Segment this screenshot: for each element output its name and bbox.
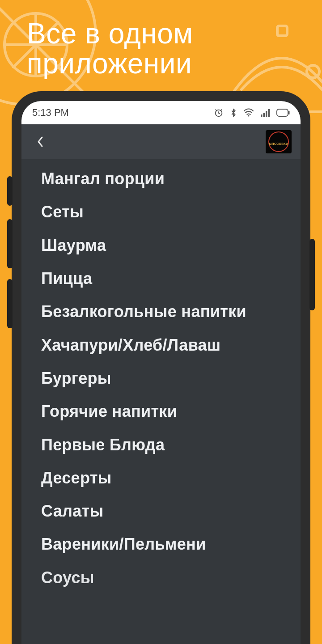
brand-logo[interactable]: МЯССОВКА [266,130,292,153]
alarm-icon [214,108,224,118]
menu-category-item[interactable]: Сеты [41,203,288,221]
menu-category-item[interactable]: Горячие напитки [41,402,288,420]
menu-category-list[interactable]: Мангал порции Сеты Шаурма Пицца Безалког… [21,159,301,644]
svg-point-2 [307,65,319,78]
phone-side-button [7,219,13,268]
phone-side-button [309,239,315,310]
cell-signal-icon [260,108,270,117]
menu-category-item[interactable]: Шаурма [41,237,288,254]
svg-rect-10 [288,111,290,114]
menu-category-item[interactable]: Мангал порции [41,170,288,188]
promo-title: Все в одном приложении [27,19,295,79]
phone-mock-frame: 5:13 PM МЯССОВКА [12,91,310,644]
app-header: МЯССОВКА [21,124,301,159]
svg-rect-7 [266,111,267,117]
phone-side-button [7,176,13,206]
svg-rect-9 [277,109,288,116]
menu-category-item[interactable]: Салаты [41,502,288,520]
menu-category-item[interactable]: Соусы [41,569,288,587]
svg-rect-8 [268,109,270,117]
status-time: 5:13 PM [32,107,69,119]
menu-category-item[interactable]: Хачапури/Хлеб/Лаваш [41,336,288,354]
menu-category-item[interactable]: Бургеры [41,369,288,387]
battery-icon [276,109,290,117]
menu-category-item[interactable]: Первые Блюда [41,436,288,454]
menu-category-item[interactable]: Вареники/Пельмени [41,535,288,553]
app-screen: 5:13 PM МЯССОВКА [21,101,301,644]
chevron-left-icon [36,136,45,148]
wifi-icon [243,108,254,117]
back-button[interactable] [30,132,50,152]
bluetooth-icon [230,108,237,118]
svg-rect-5 [261,114,263,117]
menu-category-item[interactable]: Безалкогольные напитки [41,303,288,321]
svg-rect-6 [263,113,265,117]
status-bar: 5:13 PM [21,101,301,124]
svg-point-4 [248,115,249,116]
svg-rect-11 [278,110,287,115]
menu-category-item[interactable]: Десерты [41,469,288,487]
phone-side-button [7,279,13,328]
menu-category-item[interactable]: Пицца [41,270,288,288]
